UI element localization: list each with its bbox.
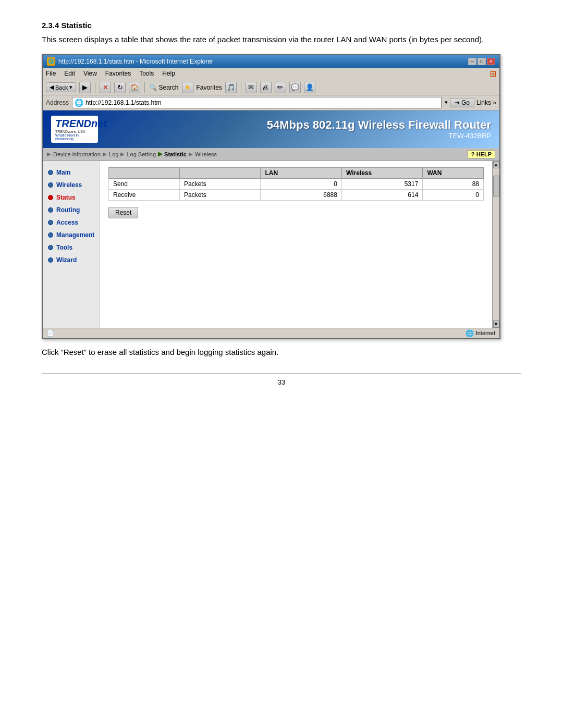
- nav-arrow-active: ▶: [158, 151, 162, 157]
- router-content: TRENDnet TRENDware, USA What's Next in N…: [43, 110, 499, 338]
- search-label[interactable]: Search: [158, 84, 178, 91]
- help-icon: ?: [471, 151, 475, 157]
- favorites-star-icon[interactable]: ★: [182, 82, 193, 93]
- page-icon: 📄: [47, 330, 54, 337]
- menu-view[interactable]: View: [83, 70, 97, 77]
- go-button[interactable]: ➜ Go: [450, 98, 474, 107]
- page-footer: 33: [42, 374, 521, 386]
- sidebar-item-wireless[interactable]: Wireless: [43, 179, 100, 191]
- tab-log-setting[interactable]: Log Setting: [127, 151, 156, 157]
- browser-icon: 🌐: [47, 57, 55, 66]
- mail-icon[interactable]: ✉: [246, 82, 257, 93]
- sidebar-item-wizard[interactable]: Wizard: [43, 254, 100, 266]
- back-button[interactable]: ◀ Back ▾: [46, 82, 76, 92]
- title-bar: 🌐 http://192.168.1.1/stats.htm - Microso…: [43, 55, 499, 68]
- refresh-button[interactable]: ↻: [114, 82, 126, 93]
- sidebar-item-routing[interactable]: Routing: [43, 204, 100, 216]
- sidebar-label-wizard: Wizard: [56, 256, 77, 264]
- favorites-label[interactable]: Favorites: [197, 84, 222, 91]
- sidebar-dot-management: [48, 232, 53, 238]
- sidebar-dot-status: [48, 195, 53, 200]
- address-input-container: 🌐 http://192.168.1.1/stats.htm: [72, 97, 442, 108]
- menu-bar: File Edit View Favorites Tools Help ⊞: [43, 68, 499, 80]
- sidebar-dot-routing: [48, 207, 53, 213]
- table-row: Receive Packets 6888 614 0: [109, 189, 484, 200]
- sidebar-label-wireless: Wireless: [56, 181, 82, 189]
- sidebar: Main Wireless Status Routing Access: [43, 161, 100, 328]
- print-icon[interactable]: 🖨: [260, 82, 272, 93]
- sidebar-item-tools[interactable]: Tools: [43, 241, 100, 254]
- forward-button[interactable]: ▶: [79, 82, 91, 93]
- menu-file[interactable]: File: [46, 70, 56, 77]
- maximize-button[interactable]: □: [478, 58, 486, 65]
- help-label: HELP: [476, 151, 492, 157]
- sidebar-item-status[interactable]: Status: [43, 191, 100, 204]
- brand-name: TRENDnet: [55, 118, 94, 130]
- receive-type: Packets: [180, 189, 261, 200]
- menu-help[interactable]: Help: [162, 70, 175, 77]
- edit-icon[interactable]: ✏: [275, 82, 286, 93]
- minimize-button[interactable]: ─: [468, 58, 476, 65]
- address-bar: Address 🌐 http://192.168.1.1/stats.htm ▾…: [43, 95, 499, 110]
- sidebar-item-management[interactable]: Management: [43, 229, 100, 241]
- nav-arrow-4: ▶: [189, 151, 193, 157]
- send-lan: 0: [261, 178, 341, 189]
- links-button[interactable]: Links »: [476, 99, 496, 106]
- sidebar-dot-wizard: [48, 257, 53, 263]
- section-title: 2.3.4 Statistic: [42, 21, 521, 30]
- stop-button[interactable]: ✕: [100, 82, 111, 93]
- tab-statistic[interactable]: Statistic: [164, 151, 187, 157]
- back-dropdown-icon: ▾: [69, 84, 72, 91]
- sidebar-label-status: Status: [56, 194, 76, 201]
- home-button[interactable]: 🏠: [129, 82, 140, 93]
- status-right: 🌐 Internet: [466, 329, 495, 337]
- sidebar-item-access[interactable]: Access: [43, 216, 100, 229]
- table-row: Send Packets 0 5317 88: [109, 178, 484, 189]
- description-text: This screen displays a table that shows …: [42, 34, 521, 46]
- address-globe-icon: 🌐: [75, 98, 83, 107]
- table-header-row: LAN Wireless WAN: [109, 167, 484, 178]
- reset-button[interactable]: Reset: [108, 207, 138, 218]
- model-number: TEW-432BRP: [267, 132, 491, 140]
- back-label: Back: [55, 84, 68, 91]
- brand-tagline: What's Next in Networking: [55, 133, 94, 141]
- receive-label: Receive: [109, 189, 180, 200]
- scroll-up-button[interactable]: ▲: [493, 161, 499, 168]
- scroll-thumb[interactable]: [493, 176, 499, 196]
- col-header-empty1: [109, 167, 180, 178]
- nav-arrow-3: ▶: [120, 151, 125, 157]
- toolbar-separator-3: [241, 82, 241, 93]
- address-dropdown-icon[interactable]: ▾: [445, 99, 448, 106]
- trendnet-logo: TRENDnet TRENDware, USA What's Next in N…: [51, 116, 98, 143]
- scrollbar[interactable]: ▲ ▼: [492, 161, 499, 328]
- scroll-down-button[interactable]: ▼: [493, 320, 499, 328]
- discuss-icon[interactable]: 💬: [289, 82, 301, 93]
- send-label: Send: [109, 178, 180, 189]
- send-type: Packets: [180, 178, 261, 189]
- search-group: 🔍 Search: [149, 84, 178, 91]
- col-header-wireless: Wireless: [341, 167, 422, 178]
- go-label: Go: [461, 99, 470, 106]
- title-bar-left: 🌐 http://192.168.1.1/stats.htm - Microso…: [47, 57, 213, 66]
- tab-log[interactable]: Log: [109, 151, 118, 157]
- media-icon[interactable]: 🎵: [225, 82, 237, 93]
- router-header: TRENDnet TRENDware, USA What's Next in N…: [43, 110, 499, 148]
- caption-text: Click “Reset” to erase all statistics an…: [42, 347, 521, 359]
- tab-device-information[interactable]: Device information: [53, 151, 101, 157]
- address-text[interactable]: http://192.168.1.1/stats.htm: [85, 99, 161, 106]
- sidebar-dot-main: [48, 170, 53, 175]
- sidebar-dot-access: [48, 220, 53, 225]
- window-controls: ─ □ ✕: [468, 58, 495, 65]
- tab-wireless[interactable]: Wireless: [195, 151, 217, 157]
- help-button[interactable]: ? HELP: [468, 150, 495, 158]
- messenger-icon[interactable]: 👤: [304, 82, 315, 93]
- close-button[interactable]: ✕: [487, 58, 495, 65]
- col-header-empty2: [180, 167, 261, 178]
- back-arrow-icon: ◀: [50, 84, 54, 91]
- status-bar: 📄 🌐 Internet: [43, 328, 499, 338]
- sidebar-item-main[interactable]: Main: [43, 166, 100, 179]
- menu-edit[interactable]: Edit: [64, 70, 75, 77]
- page-number: 33: [278, 378, 285, 386]
- menu-tools[interactable]: Tools: [139, 70, 154, 77]
- menu-favorites[interactable]: Favorites: [105, 70, 131, 77]
